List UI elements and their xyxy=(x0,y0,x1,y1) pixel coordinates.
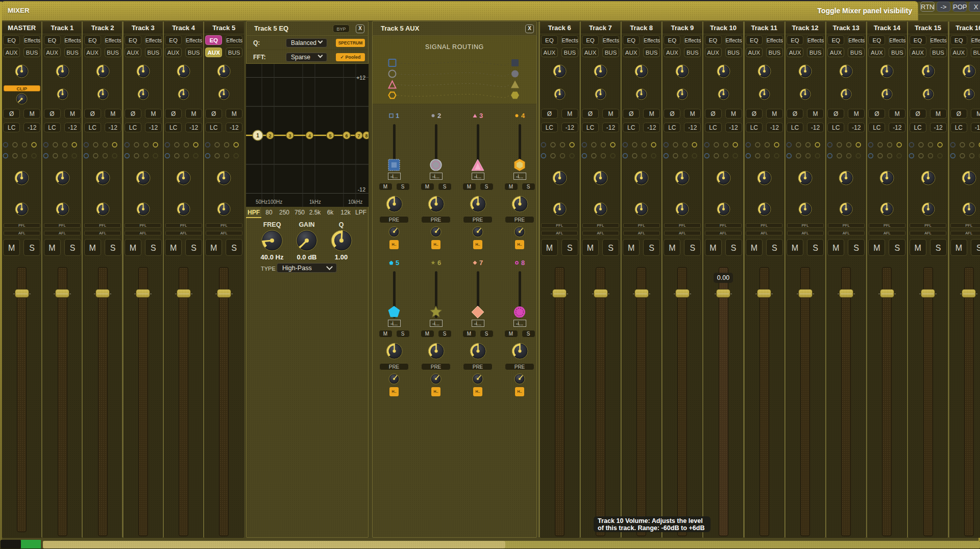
svg-text:+12: +12 xyxy=(356,75,365,81)
svg-text:3: 3 xyxy=(288,133,291,138)
svg-text:7: 7 xyxy=(357,133,360,138)
svg-text:8: 8 xyxy=(365,133,368,138)
svg-text:2: 2 xyxy=(268,133,271,138)
svg-text:1kHz: 1kHz xyxy=(309,199,321,205)
svg-text:10kHz: 10kHz xyxy=(348,199,362,205)
svg-text:1: 1 xyxy=(256,133,259,138)
svg-text:50Hz100Hz: 50Hz100Hz xyxy=(256,199,282,205)
svg-text:6: 6 xyxy=(345,133,348,138)
svg-text:5: 5 xyxy=(329,133,331,138)
svg-text:4: 4 xyxy=(308,133,311,138)
svg-text:-12: -12 xyxy=(358,186,365,193)
